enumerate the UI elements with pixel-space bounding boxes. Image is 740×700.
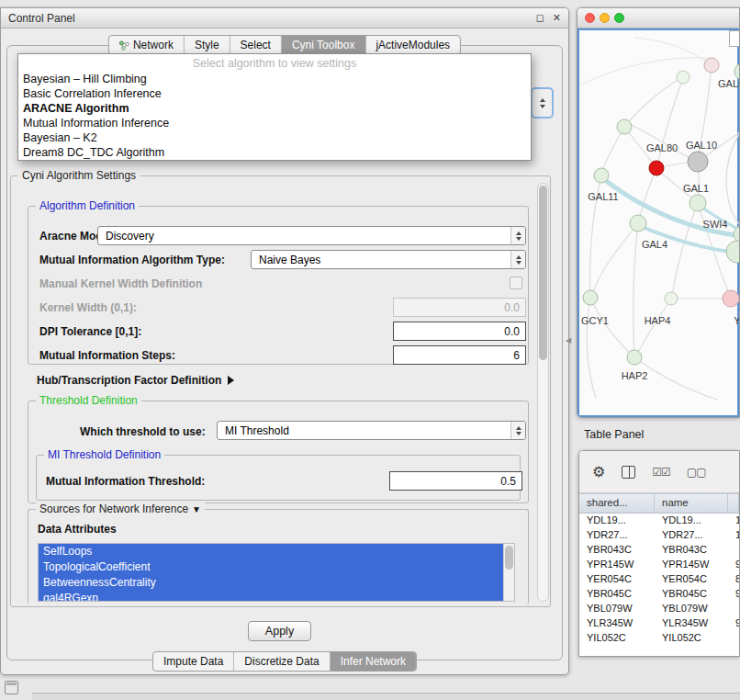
hub-definition-expander[interactable]: Hub/Transcription Factor Definition xyxy=(37,371,234,388)
node-label: GAL1 xyxy=(683,183,709,194)
scrollbar-thumb[interactable] xyxy=(539,186,547,360)
tab-cyni-toolbox[interactable]: Cyni Toolbox xyxy=(282,36,365,54)
graph-node[interactable] xyxy=(649,161,664,175)
restore-panel-icon[interactable] xyxy=(5,681,18,694)
tab-label: Network xyxy=(133,39,174,51)
graph-node-gal10[interactable] xyxy=(688,152,708,172)
table-panel-title: Table Panel xyxy=(584,428,644,441)
which-threshold-select[interactable]: MI Threshold xyxy=(217,421,526,440)
table-header-row: shared...name xyxy=(579,493,739,514)
panel-collapse-arrow-icon[interactable]: ◀ xyxy=(566,336,571,344)
close-window-icon[interactable]: ✕ xyxy=(553,13,561,23)
graph-node-hap4[interactable] xyxy=(665,292,678,305)
graph-node-gal80[interactable] xyxy=(617,119,632,134)
sources-title[interactable]: Sources for Network Inference▼ xyxy=(36,502,205,515)
settings-scrollbar[interactable] xyxy=(537,183,549,602)
attribute-item-betweennesscentrality[interactable]: BetweennessCentrality xyxy=(39,575,503,591)
graph-node[interactable] xyxy=(726,241,739,263)
dpi-tolerance-field[interactable]: 0.0 xyxy=(393,322,526,341)
attribute-item-topologicalcoefficient[interactable]: TopologicalCoefficient xyxy=(39,559,503,575)
graph-node-gcy1[interactable] xyxy=(583,290,598,305)
tab-style[interactable]: Style xyxy=(185,36,230,54)
graph-node-gal4[interactable] xyxy=(630,215,646,231)
tab-infer-network[interactable]: Infer Network xyxy=(331,652,416,671)
attribute-list[interactable]: SelfLoopsTopologicalCoefficientBetweenne… xyxy=(38,543,515,602)
algorithm-option-bayesian-hill-climbing[interactable]: Bayesian – Hill Climbing xyxy=(18,72,531,86)
columns-icon[interactable] xyxy=(622,466,635,479)
tab-discretize-data[interactable]: Discretize Data xyxy=(234,652,330,671)
expand-arrow-icon[interactable] xyxy=(228,376,234,385)
threshold-definition-group: Threshold Definition Which threshold to … xyxy=(28,401,529,503)
table-row[interactable]: YBR043CYBR043C xyxy=(579,543,739,558)
table-row[interactable]: YER054CYER054C8. xyxy=(579,572,739,587)
desktop: Control Panel ◻ ✕ NetworkStyleSelectCyni… xyxy=(0,0,740,700)
algorithm-combo-stepper-fragment[interactable] xyxy=(531,87,554,119)
select-none-icon[interactable]: ▢▢ xyxy=(687,465,706,480)
table-row[interactable]: YBR045CYBR045C9. xyxy=(579,587,739,602)
network-canvas[interactable]: GAL8GAL80GAL10GAL11GAL1SWI4GAL4GCY1HAP4Y… xyxy=(577,28,739,417)
graph-node-gal1[interactable] xyxy=(690,195,706,211)
table-cell: 9. xyxy=(728,558,739,572)
table-row[interactable]: YDL19...YDL19...13 xyxy=(579,514,739,528)
aracne-mode-select[interactable]: Discovery xyxy=(97,226,526,245)
node-label: GAL80 xyxy=(646,142,678,153)
select-all-icon[interactable]: ☑☑ xyxy=(652,465,670,480)
table-row[interactable]: YDR27...YDR27...12 xyxy=(579,528,739,543)
graph-node[interactable] xyxy=(704,58,719,73)
graph-edge xyxy=(587,298,596,398)
zoom-traffic-light[interactable] xyxy=(614,13,624,23)
algorithm-option-aracne-algorithm[interactable]: ARACNE Algorithm xyxy=(18,101,531,116)
table-cell: 9. xyxy=(728,587,739,602)
settings-gear-icon[interactable]: ⚙ xyxy=(592,465,605,480)
collapse-arrow-icon[interactable]: ▼ xyxy=(192,504,201,514)
mi-type-select[interactable]: Naive Bayes xyxy=(251,250,526,269)
apply-button[interactable]: Apply xyxy=(248,621,311,641)
node-label: SWI4 xyxy=(703,219,728,230)
mi-steps-field[interactable]: 6 xyxy=(393,345,526,365)
which-threshold-value: MI Threshold xyxy=(225,424,289,437)
mi-threshold-title: MI Threshold Definition xyxy=(44,448,164,461)
algorithm-dropdown-popup: Select algorithm to view settings Bayesi… xyxy=(17,53,532,161)
kernel-width-field[interactable]: 0.0 xyxy=(393,298,526,317)
attribute-item-selfloops[interactable]: SelfLoops xyxy=(39,544,503,559)
float-window-icon[interactable]: ◻ xyxy=(536,13,544,23)
graph-edge xyxy=(726,131,739,228)
minimize-traffic-light[interactable] xyxy=(600,13,610,23)
column-header-name[interactable]: name xyxy=(655,494,728,513)
table-cell: 9. xyxy=(728,616,739,631)
mi-threshold-label: Mutual Information Threshold: xyxy=(46,475,205,488)
graph-node-hap2[interactable] xyxy=(627,350,642,365)
threshold-definition-title: Threshold Definition xyxy=(36,394,141,407)
graph-node-y[interactable] xyxy=(723,290,739,307)
tab-network[interactable]: Network xyxy=(109,36,185,54)
graph-node[interactable] xyxy=(677,71,690,84)
node-label: Y xyxy=(734,315,739,326)
algorithm-option-mutual-information-inference[interactable]: Mutual Information Inference xyxy=(18,116,531,130)
scrollbar-thumb[interactable] xyxy=(505,546,513,570)
algorithm-option-basic-correlation-inference[interactable]: Basic Correlation Inference xyxy=(18,86,531,101)
table-cell: YER054C xyxy=(655,572,728,587)
control-panel-titlebar[interactable]: Control Panel ◻ ✕ xyxy=(1,8,568,28)
attribute-item-gal4rgexp[interactable]: gal4RGexp xyxy=(39,591,503,602)
attribute-list-scrollbar[interactable] xyxy=(503,544,514,601)
tab-impute-data[interactable]: Impute Data xyxy=(153,652,234,671)
network-window-titlebar[interactable] xyxy=(577,8,739,28)
manual-kernel-checkbox[interactable] xyxy=(510,277,522,289)
table-row[interactable]: YLR345WYLR345W9. xyxy=(579,616,739,631)
column-header-shared[interactable]: shared... xyxy=(579,494,655,513)
table-row[interactable]: YIL052CYIL052C xyxy=(579,631,739,646)
mi-threshold-field[interactable]: 0.5 xyxy=(389,471,522,491)
scrollbar-corner[interactable] xyxy=(729,30,740,47)
node-label: GCY1 xyxy=(581,315,609,326)
node-label: GAL10 xyxy=(686,140,717,151)
algorithm-option-dream8-dc-tdc-algorithm[interactable]: Dream8 DC_TDC Algorithm xyxy=(18,145,531,160)
table-row[interactable]: YPR145WYPR145W9. xyxy=(579,558,739,572)
table-row[interactable]: YBL079WYBL079W xyxy=(579,602,739,616)
tab-label: jActiveModules xyxy=(376,39,450,51)
close-traffic-light[interactable] xyxy=(585,13,595,23)
tab-jactivemodules[interactable]: jActiveModules xyxy=(365,36,460,54)
tab-select[interactable]: Select xyxy=(230,36,282,54)
algorithm-option-bayesian-k2[interactable]: Bayesian – K2 xyxy=(18,130,531,145)
column-header-col2[interactable] xyxy=(728,494,739,513)
graph-node-gal11[interactable] xyxy=(594,168,609,183)
